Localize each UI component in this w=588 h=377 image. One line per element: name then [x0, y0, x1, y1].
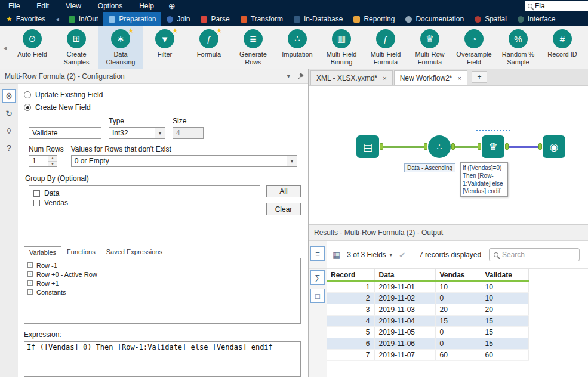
ribbon-tab-indatabase[interactable]: In-Database: [288, 12, 348, 26]
fields-dropdown[interactable]: 3 of 3 Fields ▾: [347, 251, 392, 259]
expander-icon[interactable]: +: [27, 271, 33, 277]
palette-tool-filter[interactable]: ★ ▼ Filter: [143, 26, 187, 69]
ribbon-favorites[interactable]: ★ Favorites: [0, 12, 51, 26]
tab-functions[interactable]: Functions: [61, 246, 101, 258]
cell-record[interactable]: 6: [327, 338, 374, 349]
column-header-data[interactable]: Data: [374, 269, 435, 281]
cell-data[interactable]: 2019-11-01: [374, 281, 435, 292]
spinner-up-icon[interactable]: ▲: [48, 156, 57, 162]
palette-tool-formula[interactable]: ★ ƒ Formula: [187, 26, 231, 69]
cell-vendas[interactable]: 60: [435, 349, 481, 360]
cell-validate[interactable]: 10: [481, 281, 528, 292]
tree-item-row-plus-1[interactable]: + Row +1: [27, 279, 297, 288]
new-field-name-input[interactable]: Validate: [29, 127, 101, 139]
cell-validate[interactable]: 60: [481, 349, 528, 360]
column-header-record[interactable]: Record: [327, 269, 374, 281]
table-row[interactable]: 2 2019-11-02 0 10: [327, 292, 528, 304]
new-workflow-button[interactable]: +: [472, 71, 487, 83]
column-header-vendas[interactable]: Vendas: [435, 269, 481, 281]
cell-record[interactable]: 2: [327, 292, 374, 304]
input-anchor[interactable]: [538, 143, 542, 150]
table-row[interactable]: 7 2019-11-07 60 60: [327, 349, 528, 360]
ribbon-tab-transform[interactable]: Transform: [235, 12, 288, 26]
palette-tool-create-samples[interactable]: ★ ⊞ Create Samples: [54, 26, 98, 69]
num-rows-stepper[interactable]: 1 ▲ ▼: [29, 155, 57, 167]
collapse-chevron-icon[interactable]: ▾: [287, 72, 290, 80]
table-row[interactable]: 1 2019-11-01 10 10: [327, 281, 528, 292]
results-search-input[interactable]: Search: [489, 248, 580, 261]
palette-tool-auto-field[interactable]: ★ ⊙ Auto Field: [10, 26, 54, 69]
table-row[interactable]: 6 2019-11-06 0 15: [327, 338, 528, 349]
radio-button[interactable]: [24, 104, 31, 111]
menu-help[interactable]: Help: [131, 0, 162, 12]
configuration-gear-icon[interactable]: ⚙: [2, 89, 16, 103]
input-anchor[interactable]: [478, 143, 481, 150]
palette-tool-data-cleansing[interactable]: ★ ∗ Data Cleansing: [98, 26, 143, 69]
cell-vendas[interactable]: 15: [435, 315, 481, 326]
table-row[interactable]: 4 2019-11-04 15 15: [327, 315, 528, 326]
wire-input-to-sort[interactable]: [383, 146, 424, 148]
group-by-list[interactable]: Data Vendas: [29, 185, 260, 237]
menu-options[interactable]: Options: [90, 0, 131, 12]
tab-variables[interactable]: Variables: [24, 246, 61, 258]
cell-record[interactable]: 3: [327, 304, 374, 315]
workflow-canvas[interactable]: ▤ ∴ ♛ ◉ Data - Ascending: [309, 86, 588, 225]
ribbon-tab-interface[interactable]: Interface: [512, 12, 561, 26]
all-button[interactable]: All: [266, 185, 301, 197]
ribbon-tab-preparation[interactable]: Preparation: [103, 12, 161, 26]
cell-validate[interactable]: 15: [481, 315, 528, 326]
ribbon-tab-documentation[interactable]: Documentation: [400, 12, 469, 26]
tab-saved-expressions[interactable]: Saved Expressions: [101, 246, 168, 258]
values-for-rows-dropdown[interactable]: 0 or Empty ▾: [71, 155, 297, 167]
checkbox[interactable]: [33, 190, 40, 197]
radio-create-new-field[interactable]: Create New Field: [24, 103, 301, 112]
cell-data[interactable]: 2019-11-05: [374, 326, 435, 338]
menu-edit[interactable]: Edit: [28, 0, 57, 12]
sort-annotation[interactable]: Data - Ascending: [404, 163, 455, 172]
group-option-data[interactable]: Data: [33, 188, 255, 198]
type-dropdown[interactable]: Int32 ▾: [109, 127, 165, 139]
table-row[interactable]: 5 2019-11-05 0 15: [327, 326, 528, 338]
cell-data[interactable]: 2019-11-06: [374, 338, 435, 349]
palette-tool-imputation[interactable]: ★ ∴ Imputation: [275, 26, 319, 69]
workflow-tab-new-workflow2[interactable]: New Workflow2* ×: [394, 70, 467, 85]
palette-tool-record-id[interactable]: ★ # Record ID: [540, 26, 584, 69]
expander-icon[interactable]: +: [27, 289, 33, 295]
menu-file[interactable]: File: [0, 0, 28, 12]
palette-tool-oversample-field[interactable]: ★ ◔ Oversample Field: [452, 26, 496, 69]
multi-row-formula-tool[interactable]: ♛: [482, 135, 504, 158]
column-header-validate[interactable]: Validate: [481, 269, 528, 281]
cell-vendas[interactable]: 0: [435, 326, 481, 338]
palette-tool-multi-field-formula[interactable]: ★ ƒ Multi-Field Formula: [364, 26, 408, 69]
close-icon[interactable]: ×: [383, 75, 386, 82]
variables-tree[interactable]: + Row -1 + Row +0 - Active Row + Row +1: [24, 258, 301, 324]
metadata-sigma-icon[interactable]: ∑: [310, 270, 325, 285]
sort-tool[interactable]: ∴: [428, 135, 451, 158]
menu-view[interactable]: View: [57, 0, 90, 12]
cell-data[interactable]: 2019-11-03: [374, 304, 435, 315]
cell-data[interactable]: 2019-11-04: [374, 315, 435, 326]
input-data-tool[interactable]: ▤: [356, 135, 379, 158]
navigation-icon[interactable]: ↻: [2, 107, 16, 120]
chevron-left-icon[interactable]: ◂: [51, 12, 63, 26]
data-page-icon[interactable]: □: [310, 289, 325, 303]
ribbon-tab-inout[interactable]: In/Out: [63, 12, 104, 26]
cell-validate[interactable]: 15: [481, 338, 528, 349]
checkbox[interactable]: [33, 200, 40, 206]
ribbon-tab-spatial[interactable]: Spatial: [469, 12, 512, 26]
cell-validate[interactable]: 20: [481, 304, 528, 315]
expression-editor[interactable]: If ([Vendas]=0) Then [Row-1:Validate] el…: [24, 341, 301, 377]
cell-record[interactable]: 4: [327, 315, 374, 326]
cell-validate[interactable]: 10: [481, 292, 528, 304]
apply-check-icon[interactable]: ✔: [399, 251, 405, 259]
tree-item-constants[interactable]: + Constants: [27, 288, 297, 296]
cell-vendas[interactable]: 0: [435, 338, 481, 349]
close-icon[interactable]: ×: [458, 75, 461, 82]
cell-data[interactable]: 2019-11-02: [374, 292, 435, 304]
palette-tool-random-sample[interactable]: ★ % Random % Sample: [496, 26, 540, 69]
global-search-input[interactable]: Fla: [525, 1, 588, 11]
palette-tool-multi-field-binning[interactable]: ★ ▥ Multi-Field Binning: [319, 26, 364, 69]
globe-icon[interactable]: ⊕: [168, 1, 176, 11]
cell-vendas[interactable]: 20: [435, 304, 481, 315]
input-anchor[interactable]: [424, 143, 427, 150]
